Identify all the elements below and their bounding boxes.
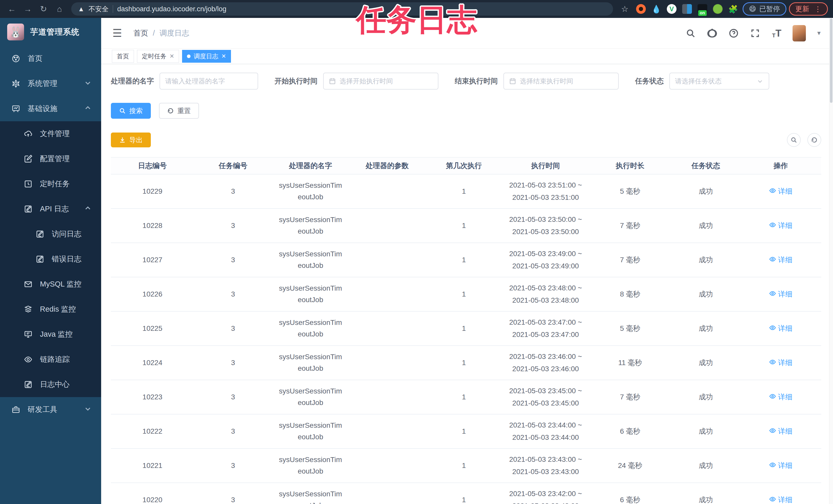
- cell-id: 10224: [111, 346, 194, 380]
- schedule-icon: [24, 179, 33, 188]
- orange-extension-icon[interactable]: [636, 4, 646, 14]
- sidebar-item-9[interactable]: MySQL 监控: [0, 272, 101, 297]
- detail-link[interactable]: 详细: [769, 186, 792, 196]
- header-actions: TT ▼: [685, 25, 822, 42]
- tab-0[interactable]: 首页: [112, 50, 134, 63]
- sidebar-item-11[interactable]: Java 监控: [0, 322, 101, 347]
- paused-extension-pill[interactable]: 😄 已暂停: [743, 2, 786, 16]
- address-bar[interactable]: ▲ 不安全 dashboard.yudao.iocoder.cn/job/log: [71, 2, 613, 16]
- back-icon[interactable]: ←: [5, 2, 19, 16]
- grid-extension-icon[interactable]: [682, 4, 692, 14]
- collapse-menu-icon[interactable]: ☰: [113, 27, 122, 40]
- home-icon[interactable]: ⌂: [53, 2, 66, 16]
- log-edit-icon: [24, 380, 33, 389]
- log-edit-icon: [24, 204, 33, 213]
- breadcrumb-home[interactable]: 首页: [134, 28, 148, 39]
- active-dot: [187, 54, 191, 58]
- cell-dur: 6 毫秒: [589, 414, 671, 449]
- toggle-search-icon[interactable]: [787, 133, 801, 147]
- sidebar-item-8[interactable]: 错误日志: [0, 247, 101, 272]
- forward-icon[interactable]: →: [21, 2, 34, 16]
- green-v-extension-icon[interactable]: V: [667, 4, 676, 14]
- detail-link[interactable]: 详细: [769, 495, 792, 504]
- cell-dur: 11 毫秒: [589, 346, 671, 380]
- app-logo-row[interactable]: 🐰 芋道管理系统: [0, 18, 101, 46]
- refresh-icon[interactable]: [807, 133, 821, 147]
- filter-label: 处理器的名字: [111, 76, 154, 86]
- sidebar-item-12[interactable]: 链路追踪: [0, 347, 101, 372]
- reload-icon[interactable]: ↻: [37, 2, 50, 16]
- page-content: 处理器的名字开始执行时间结束执行时间任务状态请选择任务状态 搜索 重置 导出: [101, 64, 833, 504]
- sidebar-item-0[interactable]: 首页: [0, 46, 101, 71]
- cell-dur: 24 毫秒: [589, 449, 671, 483]
- puzzle-extension-icon[interactable]: 🧩: [728, 4, 738, 14]
- close-tab-icon[interactable]: ✕: [169, 53, 174, 59]
- cell-time: 2021-05-03 23:45:00 ~ 2021-05-03 23:45:0…: [502, 380, 589, 414]
- detail-link[interactable]: 详细: [769, 221, 792, 230]
- detail-link[interactable]: 详细: [769, 427, 792, 436]
- breadcrumb-separator: /: [153, 29, 155, 37]
- cell-param: [349, 174, 426, 208]
- reset-button[interactable]: 重置: [159, 103, 199, 119]
- sidebar-item-label: 研发工具: [28, 404, 57, 415]
- sidebar-item-7[interactable]: 访问日志: [0, 222, 101, 247]
- page-scrollbar[interactable]: [829, 18, 833, 504]
- font-size-icon[interactable]: TT: [771, 28, 782, 39]
- filter-item-3: 任务状态请选择任务状态: [635, 73, 769, 90]
- filter-label: 开始执行时间: [275, 76, 317, 86]
- cell-index: 1: [426, 346, 502, 380]
- green-extension-icon[interactable]: [713, 4, 723, 14]
- log-edit-icon: [35, 255, 45, 264]
- detail-link[interactable]: 详细: [769, 392, 792, 402]
- sidebar-item-6[interactable]: API 日志: [0, 197, 101, 222]
- sidebar-item-13[interactable]: 日志中心: [0, 372, 101, 397]
- cell-job: 3: [194, 311, 272, 346]
- on-badge-extension-icon[interactable]: [697, 4, 707, 14]
- detail-link[interactable]: 详细: [769, 289, 792, 299]
- tab-label: 首页: [117, 52, 129, 60]
- status-select[interactable]: 请选择任务状态: [669, 73, 769, 90]
- search-button[interactable]: 搜索: [111, 103, 151, 119]
- app-title: 芋道管理系统: [30, 27, 79, 37]
- update-button[interactable]: 更新 ⋮: [789, 2, 828, 16]
- sidebar-item-5[interactable]: 定时任务: [0, 171, 101, 197]
- date-picker-input[interactable]: [503, 73, 619, 90]
- avatar[interactable]: [792, 25, 806, 42]
- column-header: 执行时长: [589, 157, 671, 174]
- sidebar-item-3[interactable]: 文件管理: [0, 121, 101, 146]
- not-secure-warning-icon: ▲: [78, 5, 85, 13]
- tab-2[interactable]: 调度日志✕: [182, 50, 231, 63]
- date-picker-input[interactable]: [323, 73, 438, 90]
- sidebar-item-4[interactable]: 配置管理: [0, 146, 101, 171]
- chevron-down-icon: [84, 79, 91, 88]
- cell-status: 成功: [671, 311, 740, 346]
- bookmark-star-icon[interactable]: ☆: [618, 2, 632, 16]
- handler-name-input[interactable]: [160, 73, 258, 90]
- search-icon[interactable]: [685, 28, 696, 39]
- detail-link[interactable]: 详细: [769, 461, 792, 471]
- column-header: 日志编号: [111, 157, 194, 174]
- tab-1[interactable]: 定时任务✕: [137, 50, 179, 63]
- detail-link[interactable]: 详细: [769, 255, 792, 265]
- cell-time: 2021-05-03 23:47:00 ~ 2021-05-03 23:47:0…: [502, 311, 589, 346]
- export-button[interactable]: 导出: [111, 132, 151, 147]
- detail-link[interactable]: 详细: [769, 358, 792, 368]
- sidebar-item-14[interactable]: 研发工具: [0, 397, 101, 422]
- sidebar-item-2[interactable]: 基础设施: [0, 96, 101, 121]
- calendar-icon: [329, 77, 336, 85]
- sidebar-item-1[interactable]: 系统管理: [0, 71, 101, 96]
- github-icon[interactable]: [707, 28, 718, 39]
- caret-down-icon[interactable]: ▼: [816, 30, 822, 36]
- sidebar-item-10[interactable]: Redis 监控: [0, 297, 101, 322]
- cell-param: [349, 414, 426, 449]
- help-icon[interactable]: [728, 28, 739, 39]
- sidebar-item-label: 配置管理: [40, 154, 70, 164]
- table-row: 102213sysUserSessionTimeoutJob12021-05-0…: [111, 449, 821, 483]
- fullscreen-icon[interactable]: [749, 28, 761, 39]
- detail-link[interactable]: 详细: [769, 324, 792, 333]
- close-tab-icon[interactable]: ✕: [221, 53, 226, 59]
- browser-menu-icon[interactable]: ⋮: [814, 5, 822, 13]
- toolbox-icon: [11, 405, 21, 414]
- scrollbar-thumb[interactable]: [830, 19, 832, 103]
- blue-drop-extension-icon[interactable]: 💧: [651, 4, 661, 14]
